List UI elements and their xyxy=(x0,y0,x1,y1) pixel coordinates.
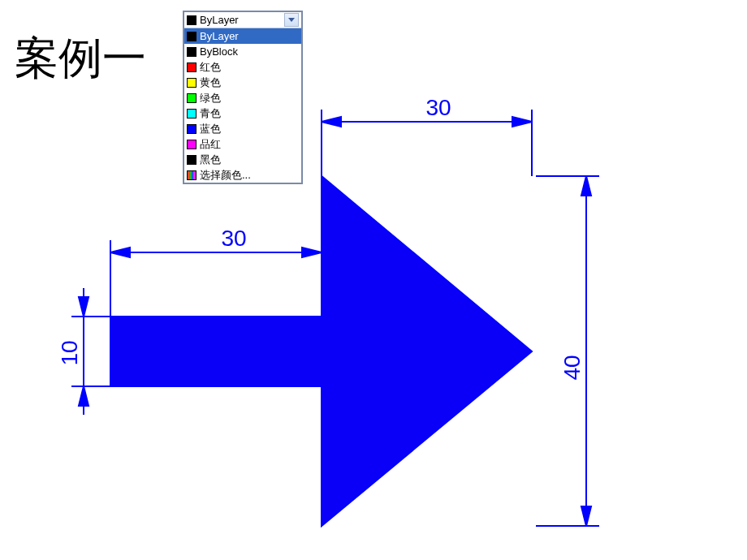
dimension-30-top: 30 xyxy=(322,95,532,176)
dimension-label: 30 xyxy=(221,226,246,251)
dimension-label: 30 xyxy=(425,95,451,120)
dimension-30-mid: 30 xyxy=(110,226,322,317)
dimension-40: 40 xyxy=(536,176,599,526)
dimension-10: 10 xyxy=(57,288,110,415)
dimension-label: 10 xyxy=(57,340,82,365)
arrow-shape xyxy=(110,176,532,526)
cad-drawing: 30 30 40 10 xyxy=(0,0,747,560)
dimension-label: 40 xyxy=(559,355,585,380)
